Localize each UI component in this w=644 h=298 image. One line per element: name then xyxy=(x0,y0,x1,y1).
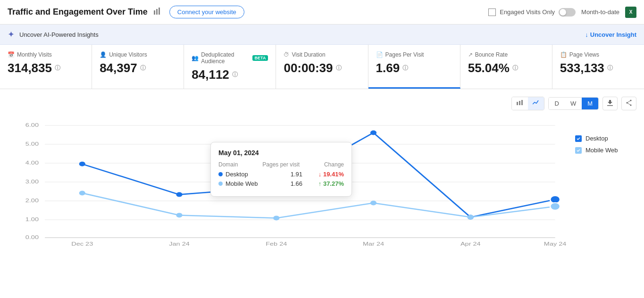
users-icon: 👥 xyxy=(192,55,199,61)
svg-rect-1 xyxy=(156,9,158,15)
tooltip-desktop-dot xyxy=(218,172,223,176)
info-icon[interactable]: ⓘ xyxy=(55,64,60,72)
metric-value-visit-duration: 00:00:39 ⓘ xyxy=(284,61,360,75)
tooltip-mobile-value: 1.66 xyxy=(274,180,302,187)
legend-item-desktop[interactable]: Desktop xyxy=(575,135,636,142)
svg-rect-0 xyxy=(154,10,155,15)
metric-card-unique-visitors[interactable]: 👤 Unique Visitors 84,397 ⓘ xyxy=(92,45,184,89)
legend-checkbox[interactable] xyxy=(575,147,582,154)
metric-card-monthly-visits[interactable]: 📅 Monthly Visits 314,835 ⓘ xyxy=(0,45,92,89)
chart-area: DWM 6.00 5.00 4.00 3.00 2 xyxy=(0,89,644,256)
chart-bar-icon xyxy=(153,7,162,17)
svg-rect-3 xyxy=(517,102,518,105)
file-multiple-icon: 📋 xyxy=(560,51,567,58)
metric-card-dedup-audience[interactable]: 👥 Deduplicated Audience BETA 84,112 ⓘ xyxy=(184,45,276,89)
clock-icon: ⏱ xyxy=(284,51,289,58)
svg-text:Feb 24: Feb 24 xyxy=(266,241,287,247)
svg-line-10 xyxy=(627,100,631,103)
info-icon[interactable]: ⓘ xyxy=(232,71,238,79)
legend-label: Desktop xyxy=(585,135,608,142)
svg-text:2.00: 2.00 xyxy=(25,198,39,204)
page-title: Traffic and Engagement Over Time xyxy=(8,7,148,17)
tooltip-header: Domain Pages per visit Change xyxy=(218,161,344,168)
tooltip-desktop-change: ↓ 19.41% xyxy=(316,171,344,178)
share-button[interactable] xyxy=(621,97,636,110)
chart-legend: Desktop Mobile Web xyxy=(575,116,636,248)
svg-point-33 xyxy=(79,162,85,166)
metric-value-pages-per-visit: 1.69 ⓘ xyxy=(376,61,452,75)
svg-text:6.00: 6.00 xyxy=(25,122,39,128)
metric-label-pages-per-visit: 📄 Pages Per Visit xyxy=(376,51,452,58)
metric-label-unique-visitors: 👤 Unique Visitors xyxy=(100,51,176,58)
period-btn-d[interactable]: D xyxy=(549,98,564,109)
month-to-date-label: Month-to-date xyxy=(581,8,619,16)
svg-point-43 xyxy=(468,215,474,220)
svg-text:May 24: May 24 xyxy=(544,241,567,247)
tooltip-desktop-value: 1.91 xyxy=(274,171,302,178)
info-icon[interactable]: ⓘ xyxy=(140,64,146,72)
metric-label-page-views: 📋 Page Views xyxy=(560,51,636,58)
bar-chart-button[interactable] xyxy=(512,97,528,110)
svg-text:Apr 24: Apr 24 xyxy=(460,241,481,247)
metric-value-monthly-visits: 314,835 ⓘ xyxy=(8,61,84,75)
download-button[interactable] xyxy=(602,97,618,110)
arrow-icon: ↗ xyxy=(468,51,473,58)
metric-card-page-views[interactable]: 📋 Page Views 533,133 ⓘ xyxy=(552,45,644,89)
engaged-visits-toggle[interactable] xyxy=(559,8,576,17)
info-icon[interactable]: ⓘ xyxy=(607,64,613,72)
engaged-visits-checkbox[interactable] xyxy=(488,8,496,16)
ai-banner-text: Uncover AI-Powered Insights xyxy=(19,31,99,38)
tooltip-date: May 01, 2024 xyxy=(218,149,344,157)
chart-body: 6.00 5.00 4.00 3.00 2.00 1.00 0.00 Dec 2… xyxy=(8,116,636,248)
period-group: DWM xyxy=(548,97,599,110)
tooltip-row-desktop: Desktop 1.91 ↓ 19.41% xyxy=(218,171,344,178)
metrics-row: 📅 Monthly Visits 314,835 ⓘ 👤 Unique Visi… xyxy=(0,45,644,89)
svg-point-41 xyxy=(273,215,279,220)
svg-line-11 xyxy=(627,103,631,105)
svg-point-39 xyxy=(79,191,85,196)
period-btn-m[interactable]: M xyxy=(582,98,598,109)
metric-label-dedup-audience: 👥 Deduplicated Audience BETA xyxy=(192,51,268,65)
svg-point-36 xyxy=(370,131,376,135)
legend-item-mobile-web[interactable]: Mobile Web xyxy=(575,147,636,154)
info-icon[interactable]: ⓘ xyxy=(512,64,518,72)
svg-text:Mar 24: Mar 24 xyxy=(363,241,384,247)
uncover-insight-button[interactable]: ↓ Uncover Insight xyxy=(585,31,636,38)
tooltip-row-mobile: Mobile Web 1.66 ↑ 37.27% xyxy=(218,180,344,187)
metric-value-unique-visitors: 84,397 ⓘ xyxy=(100,61,176,75)
tooltip-col-ppv: Pages per visit xyxy=(262,161,300,168)
info-icon[interactable]: ⓘ xyxy=(402,64,408,72)
metric-card-visit-duration[interactable]: ⏱ Visit Duration 00:00:39 ⓘ xyxy=(276,45,368,89)
period-btn-w[interactable]: W xyxy=(565,98,582,109)
metric-value-dedup-audience: 84,112 ⓘ xyxy=(192,67,268,82)
calendar-icon: 📅 xyxy=(8,51,15,58)
tooltip-mobile-domain: Mobile Web xyxy=(218,180,261,187)
chart-container: 6.00 5.00 4.00 3.00 2.00 1.00 0.00 Dec 2… xyxy=(8,116,568,248)
ai-sparkle-icon: ✦ xyxy=(8,29,15,40)
svg-rect-6 xyxy=(607,105,613,106)
metric-value-page-views: 533,133 ⓘ xyxy=(560,61,636,75)
svg-point-38 xyxy=(550,196,560,203)
legend-checkbox[interactable] xyxy=(575,135,582,142)
svg-text:1.00: 1.00 xyxy=(25,216,39,223)
tooltip-mobile-dot xyxy=(218,182,223,186)
chart-type-group xyxy=(511,97,544,110)
metric-card-bounce-rate[interactable]: ↗ Bounce Rate 55.04% ⓘ xyxy=(460,45,552,89)
metric-card-pages-per-visit[interactable]: 📄 Pages Per Visit 1.69 ⓘ xyxy=(368,45,460,89)
file-icon: 📄 xyxy=(376,51,383,58)
metric-label-visit-duration: ⏱ Visit Duration xyxy=(284,51,360,58)
line-chart-button[interactable] xyxy=(528,97,544,110)
engaged-visits-label: Engaged Visits Only xyxy=(500,8,555,16)
svg-rect-4 xyxy=(519,101,520,105)
tooltip-col-change: Change xyxy=(324,161,344,168)
chart-controls: DWM xyxy=(8,97,636,110)
svg-point-44 xyxy=(550,203,560,210)
connect-website-button[interactable]: Connect your website xyxy=(169,6,244,18)
svg-text:Jan 24: Jan 24 xyxy=(169,241,190,247)
svg-point-42 xyxy=(370,201,376,206)
excel-export-icon[interactable]: X xyxy=(625,7,636,18)
svg-point-34 xyxy=(176,192,182,197)
tooltip-mobile-change: ↑ 37.27% xyxy=(316,180,344,187)
info-icon[interactable]: ⓘ xyxy=(336,64,342,72)
metric-label-monthly-visits: 📅 Monthly Visits xyxy=(8,51,84,58)
